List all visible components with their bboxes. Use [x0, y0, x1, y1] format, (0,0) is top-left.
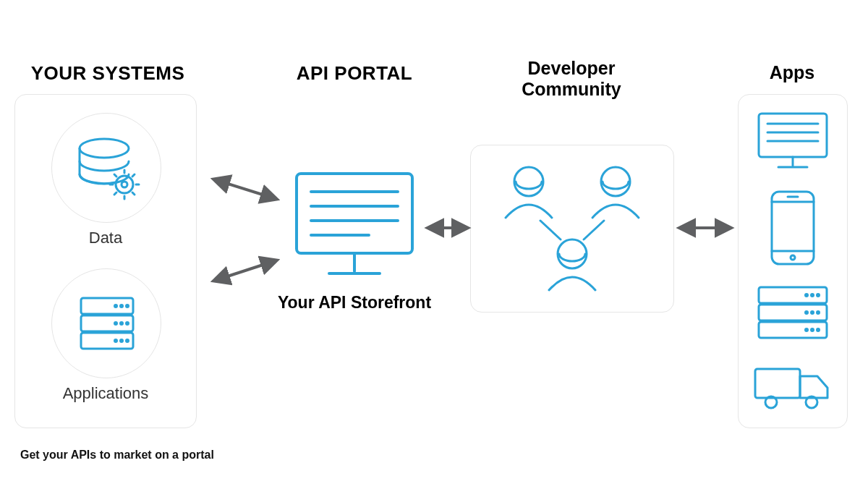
svg-point-56	[812, 329, 814, 331]
arrow-apps-to-portal	[214, 260, 276, 281]
svg-point-30	[514, 167, 543, 196]
svg-point-17	[115, 323, 117, 325]
svg-line-7	[114, 174, 116, 177]
truck-icon	[749, 359, 836, 417]
svg-line-10	[132, 174, 135, 177]
svg-point-53	[812, 312, 814, 314]
svg-point-32	[558, 239, 587, 268]
svg-point-52	[806, 312, 808, 314]
svg-point-22	[127, 340, 129, 342]
svg-point-18	[121, 323, 123, 325]
label-applications: Applications	[15, 384, 196, 403]
diagram-caption: Get your APIs to market on a portal	[20, 449, 214, 462]
svg-point-31	[601, 167, 630, 196]
svg-point-19	[127, 323, 129, 325]
svg-line-8	[132, 192, 135, 195]
svg-rect-58	[755, 369, 800, 398]
svg-rect-23	[297, 174, 412, 253]
monitor-icon	[289, 166, 420, 289]
heading-api-portal: API PORTAL	[260, 62, 448, 85]
svg-point-0	[80, 139, 129, 158]
svg-point-20	[115, 340, 117, 342]
database-gear-icon	[52, 114, 161, 222]
svg-line-9	[114, 192, 116, 195]
heading-your-systems: YOUR SYSTEMS	[17, 62, 198, 85]
svg-point-2	[122, 182, 127, 187]
svg-point-44	[791, 255, 795, 260]
server-icon	[52, 269, 161, 378]
svg-point-54	[817, 312, 820, 314]
label-storefront: Your API Storefront	[246, 293, 463, 313]
svg-point-55	[806, 329, 808, 331]
svg-rect-35	[759, 114, 827, 157]
svg-point-50	[812, 294, 814, 297]
monitor-icon	[753, 109, 833, 174]
developer-group-icon	[471, 145, 673, 312]
phone-icon	[767, 189, 818, 268]
server-icon	[753, 281, 833, 347]
svg-point-16	[127, 305, 129, 307]
diagram-stage: YOUR SYSTEMS API PORTAL Developer Commun…	[0, 0, 868, 497]
panel-your-systems: Data Applications	[14, 94, 197, 428]
svg-point-49	[806, 294, 808, 297]
svg-line-34	[584, 221, 604, 239]
svg-point-21	[121, 340, 123, 342]
heading-developer-community: Developer Community	[477, 58, 665, 100]
label-data: Data	[15, 229, 196, 247]
svg-point-51	[817, 294, 820, 297]
svg-point-14	[115, 305, 117, 307]
circle-applications	[51, 268, 161, 378]
panel-apps	[738, 94, 848, 428]
circle-data	[51, 113, 161, 223]
arrow-data-to-portal	[214, 179, 276, 199]
svg-point-15	[121, 305, 123, 307]
svg-line-33	[540, 221, 561, 239]
svg-point-1	[116, 176, 133, 193]
svg-point-57	[817, 329, 820, 331]
panel-developer-community	[470, 145, 674, 313]
heading-apps: Apps	[745, 62, 839, 83]
